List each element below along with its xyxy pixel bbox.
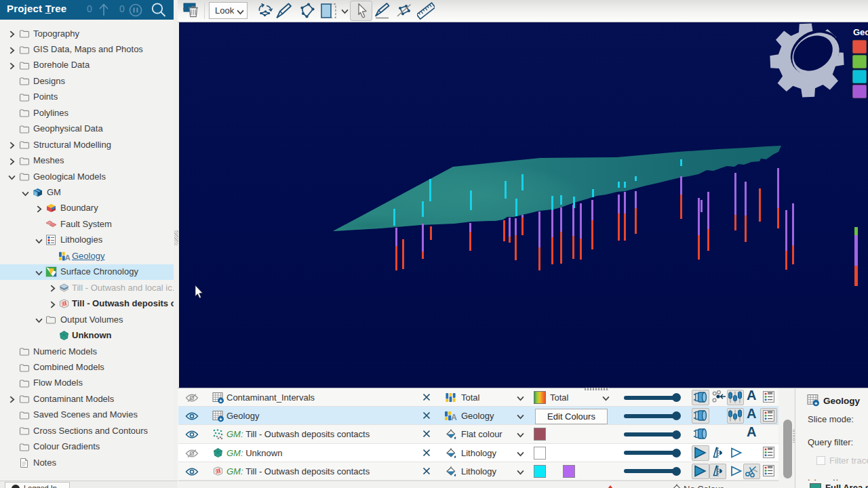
svg-text:Geo: Geo — [853, 27, 868, 37]
